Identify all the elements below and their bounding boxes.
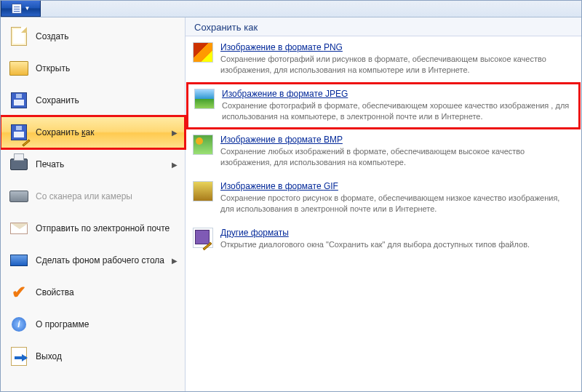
mail-icon — [9, 219, 28, 238]
document-icon — [12, 4, 22, 14]
menu-label: Отправить по электронной почте — [36, 223, 178, 233]
desktop-icon — [9, 251, 28, 270]
menu-label: Сохранить — [36, 95, 178, 105]
save-as-icon — [9, 123, 28, 142]
menu-scanner: Со сканера или камеры — [1, 180, 185, 212]
submenu-header: Сохранить как — [186, 17, 581, 36]
checkmark-icon: ✔ — [9, 283, 28, 302]
exit-icon — [9, 347, 28, 366]
save-as-submenu: Сохранить как Изображение в формате PNG … — [186, 17, 581, 391]
menu-open[interactable]: Открыть — [1, 52, 185, 84]
format-title: Изображение в формате PNG — [220, 42, 343, 52]
menu-save[interactable]: Сохранить — [1, 84, 185, 116]
save-as-bmp[interactable]: Изображение в формате BMP Сохранение люб… — [186, 129, 581, 175]
menu-save-as[interactable]: Сохранить как ▶ — [1, 116, 185, 148]
printer-icon — [9, 155, 28, 174]
save-as-jpeg[interactable]: Изображение в формате JPEG Сохранение фо… — [187, 83, 580, 129]
new-file-icon — [9, 27, 28, 46]
other-formats-icon — [193, 228, 213, 248]
menu-exit[interactable]: Выход — [1, 340, 185, 372]
menu-panel: Создать Открыть Сохранить Сохранить как … — [1, 17, 581, 391]
file-menu: Создать Открыть Сохранить Сохранить как … — [1, 17, 186, 391]
open-folder-icon — [9, 59, 28, 78]
format-desc: Сохранение любых изображений в формате, … — [220, 146, 574, 168]
format-title: Изображение в формате GIF — [220, 181, 338, 191]
menu-about[interactable]: i О программе — [1, 308, 185, 340]
menu-properties[interactable]: ✔ Свойства — [1, 276, 185, 308]
save-as-other[interactable]: Другие форматы Открытие диалогового окна… — [186, 222, 581, 257]
menu-label: Свойства — [36, 287, 178, 297]
format-desc: Сохранение фотографий в формате, обеспеч… — [222, 100, 573, 122]
menu-label: Сделать фоном рабочего стола — [36, 255, 172, 265]
menu-label: О программе — [36, 319, 178, 329]
format-desc: Сохранение фотографий или рисунков в фор… — [220, 54, 574, 76]
jpeg-icon — [194, 89, 215, 109]
scanner-icon — [9, 187, 28, 206]
menu-label: Открыть — [36, 63, 178, 73]
menu-email[interactable]: Отправить по электронной почте — [1, 212, 185, 244]
menu-create[interactable]: Создать — [1, 20, 185, 52]
save-as-gif[interactable]: Изображение в формате GIF Сохранение про… — [186, 175, 581, 222]
menu-print[interactable]: Печать ▶ — [1, 148, 185, 180]
title-bar: ▼ — [1, 1, 581, 17]
format-title: Другие форматы — [220, 228, 289, 238]
format-title: Изображение в формате JPEG — [222, 89, 348, 99]
floppy-icon — [9, 91, 28, 110]
format-desc: Сохранение простого рисунок в формате, о… — [220, 193, 574, 215]
menu-label: Создать — [36, 31, 178, 41]
app-menu-button[interactable]: ▼ — [1, 1, 41, 17]
gif-icon — [193, 181, 213, 201]
menu-label: Со сканера или камеры — [36, 191, 178, 201]
menu-label: Печать — [36, 159, 172, 169]
chevron-right-icon: ▶ — [172, 161, 178, 169]
format-desc: Открытие диалогового окна "Сохранить как… — [220, 239, 574, 250]
format-title: Изображение в формате BMP — [220, 135, 343, 145]
save-as-png[interactable]: Изображение в формате PNG Сохранение фот… — [186, 36, 581, 83]
chevron-right-icon: ▶ — [172, 257, 178, 265]
menu-label: Сохранить как — [36, 127, 172, 137]
menu-label: Выход — [36, 351, 178, 361]
dropdown-caret-icon: ▼ — [25, 5, 31, 12]
chevron-right-icon: ▶ — [172, 129, 178, 137]
info-icon: i — [9, 315, 28, 334]
bmp-icon — [193, 135, 213, 155]
menu-desktop-bg[interactable]: Сделать фоном рабочего стола ▶ — [1, 244, 185, 276]
png-icon — [193, 42, 213, 63]
